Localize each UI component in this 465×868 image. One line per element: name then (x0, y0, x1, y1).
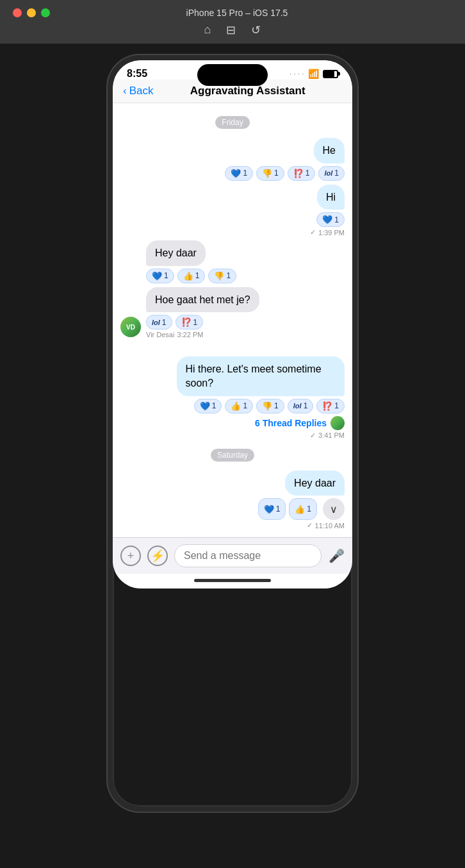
meta-hi: ✓ 1:39 PM (310, 228, 345, 237)
check-icon: ✓ (310, 228, 316, 237)
timestamp-hi-there: 3:41 PM (318, 431, 345, 439)
message-hi: Hi 💙 1 ✓ 1:39 PM (120, 185, 345, 237)
plus-icon: + (127, 549, 135, 563)
back-label: Back (129, 85, 154, 97)
timestamp-hoe-gaat: 3:22 PM (177, 331, 203, 338)
reaction-exclaim-hoe[interactable]: ⁉️ 1 (175, 315, 204, 330)
check-icon-hdo: ✓ (307, 521, 313, 530)
message-hoe-gaat: VD Hoe gaat het met je? lol 1 ⁉️ 1 Vir D… (120, 287, 345, 353)
reactions-hi: 💙 1 (316, 212, 345, 227)
toolbar-icons: ⌂ ⊟ ↺ (204, 23, 261, 37)
status-icons: · · · · 📶 (290, 69, 338, 79)
reaction-like-hdo[interactable]: 👍 1 (289, 498, 317, 520)
reaction-lol-hoe[interactable]: lol 1 (146, 315, 172, 330)
bubble-hey-daar: Hey daar (146, 240, 206, 266)
thread-avatar (330, 416, 345, 430)
bubble-hey-daar-out: Hey daar (285, 471, 345, 496)
date-divider-saturday: Saturday (120, 449, 345, 462)
window-title: iPhone 15 Pro – iOS 17.5 (60, 8, 414, 18)
bolt-button[interactable]: ⚡ (147, 546, 168, 566)
message-hey-daar-in: Hey daar 💙 1 👍 1 👎 1 (120, 240, 345, 283)
meta-hi-there: ✓ 3:41 PM (310, 431, 345, 440)
reaction-lol[interactable]: lol 1 (318, 166, 345, 181)
date-label-friday: Friday (215, 116, 249, 129)
close-button[interactable] (13, 8, 22, 17)
dynamic-island (197, 64, 268, 86)
nav-title: Aggravating Assistant (153, 85, 342, 97)
avatar-vir: VD (120, 317, 141, 337)
signal-dots: · · · · (290, 71, 304, 77)
reactions-hoe-gaat: lol 1 ⁉️ 1 (146, 315, 203, 330)
reaction-lol-ht[interactable]: lol 1 (288, 399, 314, 413)
scroll-down-button[interactable]: ∨ (323, 498, 345, 520)
rotate-icon[interactable]: ↺ (251, 23, 261, 37)
mic-icon: 🎤 (329, 548, 345, 563)
messages-area: Friday He 💙 1 👎 1 ⁉️ 1 lol 1 Hi 💙 1 (113, 103, 352, 537)
status-bar: 8:55 · · · · 📶 (113, 60, 352, 79)
bubble-hi: Hi (317, 185, 345, 210)
timestamp-hey-daar-out: 11:10 AM (315, 522, 345, 530)
reaction-like-ht[interactable]: 👍 1 (225, 399, 253, 413)
chevron-left-icon: ‹ (123, 85, 127, 97)
reaction-heart-hdo[interactable]: 💙 1 (258, 498, 286, 520)
mic-button[interactable]: 🎤 (328, 546, 345, 566)
home-bar (194, 579, 271, 582)
phone-frame: 8:55 · · · · 📶 ‹ Back Aggravating Assist… (108, 55, 357, 812)
home-icon[interactable]: ⌂ (204, 23, 211, 37)
wifi-icon: 📶 (308, 69, 319, 79)
date-label-saturday: Saturday (211, 449, 254, 462)
minimize-button[interactable] (27, 8, 36, 17)
reaction-like-hey[interactable]: 👍 1 (177, 269, 206, 283)
reaction-heart-ht[interactable]: 💙 1 (194, 399, 222, 413)
message-hi-there: Hi there. Let's meet sometime soon? 💙 1 … (120, 356, 345, 439)
reaction-heart-hi[interactable]: 💙 1 (316, 212, 345, 227)
bubble-he: He (314, 138, 345, 163)
screenshot-icon[interactable]: ⊟ (226, 23, 236, 37)
timestamp-hi: 1:39 PM (318, 229, 345, 237)
reaction-dislike-ht[interactable]: 👎 1 (256, 399, 284, 413)
reaction-heart-hey[interactable]: 💙 1 (146, 269, 174, 283)
meta-hoe-gaat: Vir Desai 3:22 PM (146, 331, 203, 338)
maximize-button[interactable] (41, 8, 50, 17)
battery-icon (323, 70, 338, 78)
thread-replies[interactable]: 6 Thread Replies (255, 416, 345, 430)
reaction-exclaim[interactable]: ⁉️ 1 (288, 166, 316, 181)
message-hey-daar-out: Hey daar 💙 1 👍 1 ∨ ✓ 11:10 AM (120, 471, 345, 530)
home-indicator (113, 574, 352, 588)
sender-vir: Vir Desai (146, 331, 174, 338)
phone-screen: 8:55 · · · · 📶 ‹ Back Aggravating Assist… (113, 60, 352, 588)
reaction-dislike[interactable]: 👎 1 (256, 166, 284, 181)
reactions-hey-daar: 💙 1 👍 1 👎 1 (146, 269, 236, 283)
check-icon-ht: ✓ (310, 431, 316, 440)
status-time: 8:55 (127, 68, 147, 79)
window-buttons (13, 8, 50, 17)
title-bar: iPhone 15 Pro – iOS 17.5 ⌂ ⊟ ↺ (0, 0, 465, 44)
reactions-hi-there: 💙 1 👍 1 👎 1 lol 1 ⁉️ 1 (194, 399, 345, 413)
bubble-hi-there: Hi there. Let's meet sometime soon? (177, 356, 345, 396)
date-divider-friday: Friday (120, 116, 345, 129)
reaction-exclaim-ht[interactable]: ⁉️ 1 (316, 399, 345, 413)
reactions-hey-daar-out: 💙 1 👍 1 ∨ (258, 498, 345, 520)
reaction-dislike-hey[interactable]: 👎 1 (208, 269, 236, 283)
message-input[interactable] (174, 544, 322, 567)
bubble-hoe-gaat: Hoe gaat het met je? (146, 287, 259, 313)
reaction-heart[interactable]: 💙 1 (225, 166, 253, 181)
reactions-he: 💙 1 👎 1 ⁉️ 1 lol 1 (225, 166, 345, 181)
message-he: He 💙 1 👎 1 ⁉️ 1 lol 1 (120, 138, 345, 181)
plus-button[interactable]: + (120, 546, 141, 566)
meta-hey-daar-out: ✓ 11:10 AM (307, 521, 345, 530)
thread-replies-label: 6 Thread Replies (255, 418, 327, 428)
bolt-icon: ⚡ (151, 549, 165, 563)
back-button[interactable]: ‹ Back (123, 85, 153, 97)
input-bar: + ⚡ 🎤 (113, 537, 352, 574)
